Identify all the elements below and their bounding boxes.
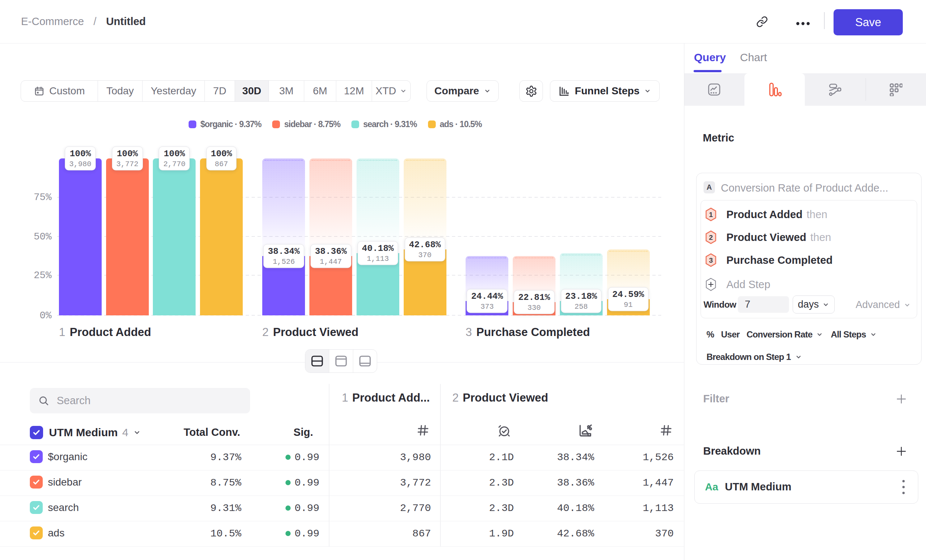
svg-text:2: 2 [709,233,713,241]
svg-text:1: 1 [709,211,713,218]
svg-text:3: 3 [709,256,713,264]
